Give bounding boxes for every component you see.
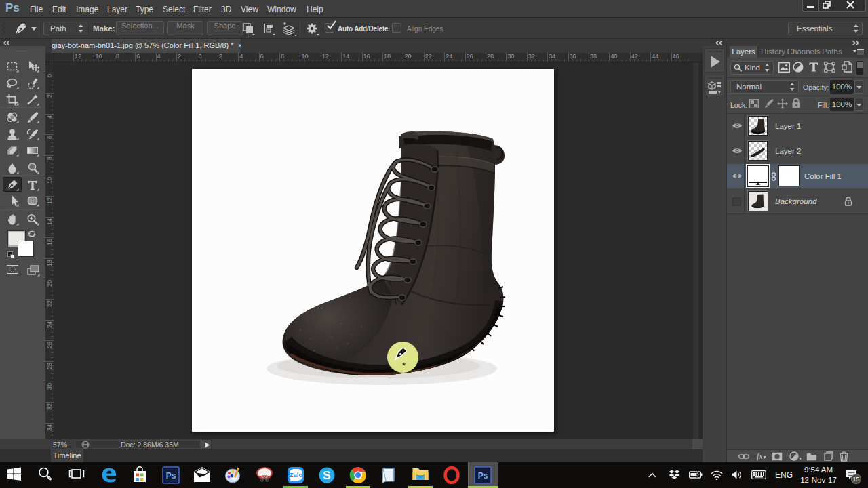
svg-text:S: S <box>323 469 330 482</box>
svg-text:Zalo: Zalo <box>290 471 303 479</box>
svg-text:Ps: Ps <box>478 471 488 481</box>
svg-text:*: * <box>402 361 406 371</box>
svg-text:Ps: Ps <box>166 471 176 481</box>
